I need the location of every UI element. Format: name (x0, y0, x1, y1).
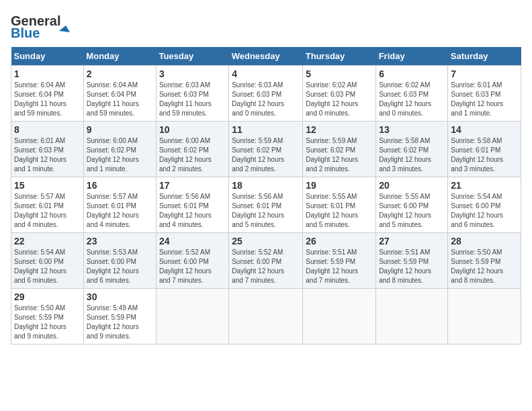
calendar-header-row: SundayMondayTuesdayWednesdayThursdayFrid… (11, 47, 521, 66)
day-header-thursday: Thursday (303, 47, 376, 66)
day-info: Sunrise: 6:02 AMSunset: 6:03 PMDaylight … (379, 81, 445, 118)
calendar-cell: 12Sunrise: 5:59 AMSunset: 6:02 PMDayligh… (303, 122, 376, 177)
day-info: Sunrise: 5:57 AMSunset: 6:01 PMDaylight … (14, 192, 81, 230)
day-info: Sunrise: 5:50 AMSunset: 5:59 PMDaylight … (14, 304, 81, 341)
calendar-cell: 24Sunrise: 5:52 AMSunset: 6:00 PMDayligh… (156, 233, 228, 289)
day-info: Sunrise: 6:03 AMSunset: 6:03 PMDaylight … (159, 81, 226, 118)
day-number: 26 (306, 236, 373, 246)
day-info: Sunrise: 5:58 AMSunset: 6:02 PMDaylight … (379, 136, 445, 174)
day-number: 16 (87, 180, 153, 191)
logo-svg: General Blue (11, 11, 71, 40)
week-row-2: 8Sunrise: 6:01 AMSunset: 6:03 PMDaylight… (11, 122, 521, 177)
calendar-cell: 29Sunrise: 5:50 AMSunset: 5:59 PMDayligh… (11, 289, 84, 345)
day-info: Sunrise: 5:51 AMSunset: 5:59 PMDaylight … (379, 248, 445, 285)
day-number: 20 (379, 180, 445, 191)
day-number: 5 (306, 68, 373, 79)
day-number: 30 (87, 291, 153, 302)
day-info: Sunrise: 5:52 AMSunset: 6:00 PMDaylight … (159, 248, 226, 285)
day-info: Sunrise: 6:01 AMSunset: 6:03 PMDaylight … (451, 81, 518, 118)
day-info: Sunrise: 5:59 AMSunset: 6:02 PMDaylight … (306, 136, 373, 174)
calendar-cell (156, 289, 228, 345)
day-number: 29 (14, 291, 81, 302)
calendar-cell: 26Sunrise: 5:51 AMSunset: 5:59 PMDayligh… (303, 233, 376, 289)
calendar-cell: 3Sunrise: 6:03 AMSunset: 6:03 PMDaylight… (156, 66, 228, 122)
calendar-cell: 15Sunrise: 5:57 AMSunset: 6:01 PMDayligh… (11, 177, 84, 233)
calendar-cell: 18Sunrise: 5:56 AMSunset: 6:01 PMDayligh… (229, 177, 303, 233)
day-info: Sunrise: 5:54 AMSunset: 6:00 PMDaylight … (451, 192, 518, 230)
calendar-cell (303, 289, 376, 345)
calendar-cell: 5Sunrise: 6:02 AMSunset: 6:03 PMDaylight… (303, 66, 376, 122)
logo: General Blue (11, 11, 71, 40)
day-number: 13 (379, 124, 445, 135)
day-info: Sunrise: 5:55 AMSunset: 6:01 PMDaylight … (306, 192, 373, 230)
week-row-5: 29Sunrise: 5:50 AMSunset: 5:59 PMDayligh… (11, 289, 521, 345)
calendar-cell: 1Sunrise: 6:04 AMSunset: 6:04 PMDaylight… (11, 66, 84, 122)
day-number: 21 (451, 180, 518, 191)
day-number: 7 (451, 68, 518, 79)
calendar-cell (448, 289, 521, 345)
day-number: 10 (159, 124, 226, 135)
day-number: 25 (232, 236, 300, 246)
calendar-cell: 21Sunrise: 5:54 AMSunset: 6:00 PMDayligh… (448, 177, 521, 233)
day-number: 19 (306, 180, 373, 191)
day-number: 15 (14, 180, 81, 191)
page-header: General Blue (11, 11, 521, 40)
day-info: Sunrise: 5:55 AMSunset: 6:00 PMDaylight … (379, 192, 445, 230)
day-number: 1 (14, 68, 81, 79)
day-info: Sunrise: 6:00 AMSunset: 6:02 PMDaylight … (87, 136, 153, 174)
calendar-cell: 22Sunrise: 5:54 AMSunset: 6:00 PMDayligh… (11, 233, 84, 289)
day-number: 27 (379, 236, 445, 246)
day-header-friday: Friday (376, 47, 448, 66)
day-number: 4 (232, 68, 300, 79)
day-number: 28 (451, 236, 518, 246)
day-info: Sunrise: 5:51 AMSunset: 5:59 PMDaylight … (306, 248, 373, 285)
calendar-cell: 16Sunrise: 5:57 AMSunset: 6:01 PMDayligh… (83, 177, 156, 233)
calendar-cell: 19Sunrise: 5:55 AMSunset: 6:01 PMDayligh… (303, 177, 376, 233)
day-info: Sunrise: 5:54 AMSunset: 6:00 PMDaylight … (14, 248, 81, 285)
calendar-cell: 30Sunrise: 5:49 AMSunset: 5:59 PMDayligh… (83, 289, 156, 345)
day-number: 23 (87, 236, 153, 246)
calendar-cell (376, 289, 448, 345)
day-header-tuesday: Tuesday (156, 47, 228, 66)
day-info: Sunrise: 5:58 AMSunset: 6:01 PMDaylight … (451, 136, 518, 174)
calendar-table: SundayMondayTuesdayWednesdayThursdayFrid… (11, 47, 521, 345)
day-info: Sunrise: 5:53 AMSunset: 6:00 PMDaylight … (87, 248, 153, 285)
day-number: 6 (379, 68, 445, 79)
day-info: Sunrise: 6:03 AMSunset: 6:03 PMDaylight … (232, 81, 300, 118)
day-number: 22 (14, 236, 81, 246)
calendar-cell: 27Sunrise: 5:51 AMSunset: 5:59 PMDayligh… (376, 233, 448, 289)
day-header-sunday: Sunday (11, 47, 84, 66)
day-info: Sunrise: 5:57 AMSunset: 6:01 PMDaylight … (87, 192, 153, 230)
calendar-cell (229, 289, 303, 345)
calendar-cell: 20Sunrise: 5:55 AMSunset: 6:00 PMDayligh… (376, 177, 448, 233)
day-info: Sunrise: 5:50 AMSunset: 5:59 PMDaylight … (451, 248, 518, 285)
day-number: 9 (87, 124, 153, 135)
week-row-4: 22Sunrise: 5:54 AMSunset: 6:00 PMDayligh… (11, 233, 521, 289)
day-number: 8 (14, 124, 81, 135)
day-info: Sunrise: 6:04 AMSunset: 6:04 PMDaylight … (14, 81, 81, 118)
day-header-wednesday: Wednesday (229, 47, 303, 66)
day-number: 2 (87, 68, 153, 79)
calendar-cell: 11Sunrise: 5:59 AMSunset: 6:02 PMDayligh… (229, 122, 303, 177)
day-info: Sunrise: 5:52 AMSunset: 6:00 PMDaylight … (232, 248, 300, 285)
calendar-cell: 4Sunrise: 6:03 AMSunset: 6:03 PMDaylight… (229, 66, 303, 122)
calendar-cell: 2Sunrise: 6:04 AMSunset: 6:04 PMDaylight… (83, 66, 156, 122)
week-row-1: 1Sunrise: 6:04 AMSunset: 6:04 PMDaylight… (11, 66, 521, 122)
calendar-cell: 17Sunrise: 5:56 AMSunset: 6:01 PMDayligh… (156, 177, 228, 233)
calendar-cell: 14Sunrise: 5:58 AMSunset: 6:01 PMDayligh… (448, 122, 521, 177)
calendar-cell: 6Sunrise: 6:02 AMSunset: 6:03 PMDaylight… (376, 66, 448, 122)
day-info: Sunrise: 6:01 AMSunset: 6:03 PMDaylight … (14, 136, 81, 174)
calendar-cell: 8Sunrise: 6:01 AMSunset: 6:03 PMDaylight… (11, 122, 84, 177)
day-number: 3 (159, 68, 226, 79)
calendar-body: 1Sunrise: 6:04 AMSunset: 6:04 PMDaylight… (11, 66, 521, 345)
calendar-cell: 10Sunrise: 6:00 AMSunset: 6:02 PMDayligh… (156, 122, 228, 177)
day-number: 14 (451, 124, 518, 135)
day-info: Sunrise: 5:56 AMSunset: 6:01 PMDaylight … (159, 192, 226, 230)
day-number: 24 (159, 236, 226, 246)
svg-text:Blue: Blue (11, 26, 40, 40)
day-number: 18 (232, 180, 300, 191)
week-row-3: 15Sunrise: 5:57 AMSunset: 6:01 PMDayligh… (11, 177, 521, 233)
calendar-cell: 13Sunrise: 5:58 AMSunset: 6:02 PMDayligh… (376, 122, 448, 177)
day-number: 17 (159, 180, 226, 191)
calendar-cell: 28Sunrise: 5:50 AMSunset: 5:59 PMDayligh… (448, 233, 521, 289)
